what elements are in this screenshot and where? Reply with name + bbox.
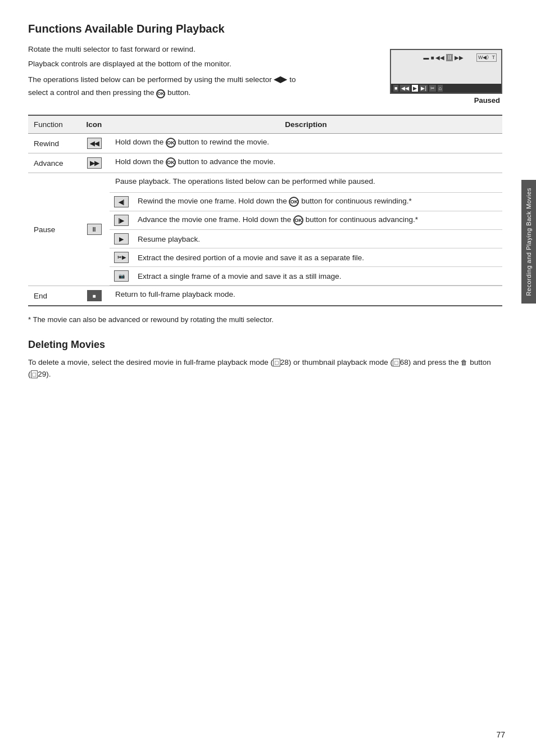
pause-sub-icon-resume: ▶ [110, 230, 133, 248]
table-row-end: End ■ Return to full-frame playback mode… [28, 286, 502, 306]
pause-sub-desc-rewind-frame: Rewind the movie one frame. Hold down th… [133, 193, 502, 211]
side-tab: Recording and Playing Back Movies [521, 180, 536, 304]
footnote: * The movie can also be advanced or rewo… [28, 314, 502, 325]
desc-end: Return to full-frame playback mode. [110, 286, 502, 306]
table-header-description: Description [110, 115, 502, 134]
pause-sub-desc-advance-frame: Advance the movie one frame. Hold down t… [133, 211, 502, 230]
intro-left: Rotate the multi selector to fast forwar… [28, 43, 373, 98]
side-tab-label: Recording and Playing Back Movies [525, 188, 532, 296]
pause-sub-row: ◀| Rewind the movie one frame. Hold down… [110, 193, 502, 211]
table-row: Rewind ◀◀ Hold down the OK button to rew… [28, 134, 502, 153]
icon-rewind: ◀◀ [79, 134, 110, 153]
intro-para3: The operations listed below can be perfo… [28, 72, 298, 98]
icon-advance: ▶▶ [79, 153, 110, 173]
pause-sub-icon-extract-portion: ✂▶ [110, 248, 133, 267]
function-advance: Advance [28, 153, 79, 173]
pause-subtable: ◀| Rewind the movie one frame. Hold down… [110, 192, 502, 286]
pause-sub-desc-extract-portion: Extract the desired portion of a movie a… [133, 248, 502, 267]
monitor-display: ▬ ■ ◀◀ II ▶▶ W◀》T ■ ◀◀ ▶ ▶| ✂ ⌂ Paused [390, 49, 502, 105]
function-end: End [28, 286, 79, 306]
table-row-pause: Pause II Pause playback. The operations … [28, 173, 502, 286]
pause-top-desc: Pause playback. The operations listed be… [110, 173, 502, 189]
deleting-movies-title: Deleting Movies [28, 339, 502, 351]
function-rewind: Rewind [28, 134, 79, 153]
pause-sub-icon-extract-frame: 📷 [110, 267, 133, 286]
desc-rewind: Hold down the OK button to rewind the mo… [110, 134, 502, 153]
functions-table: Function Icon Description Rewind ◀◀ Hold… [28, 115, 502, 306]
desc-pause: Pause playback. The operations listed be… [110, 173, 502, 286]
monitor-bottom-bar: ■ ◀◀ ▶ ▶| ✂ ⌂ [391, 84, 501, 93]
pause-sub-desc-resume: Resume playback. [133, 230, 502, 248]
table-header-icon: Icon [79, 115, 110, 134]
paused-label: Paused [390, 96, 502, 105]
icon-pause: II [79, 173, 110, 286]
deleting-movies-text: To delete a movie, select the desired mo… [28, 356, 502, 381]
function-pause: Pause [28, 173, 79, 286]
table-row: Advance ▶▶ Hold down the OK button to ad… [28, 153, 502, 173]
pause-sub-row: |▶ Advance the movie one frame. Hold dow… [110, 211, 502, 230]
icon-end: ■ [79, 286, 110, 306]
intro-para1: Rotate the multi selector to fast forwar… [28, 43, 298, 56]
pause-sub-row: ✂▶ Extract the desired portion of a movi… [110, 248, 502, 267]
pause-sub-icon-rewind-frame: ◀| [110, 193, 133, 211]
table-header-function: Function [28, 115, 79, 134]
desc-advance: Hold down the OK button to advance the m… [110, 153, 502, 173]
pause-sub-icon-advance-frame: |▶ [110, 211, 133, 230]
page-title: Functions Available During Playback [28, 22, 502, 35]
intro-para2: Playback controls are displayed at the b… [28, 58, 298, 70]
page-number: 77 [496, 730, 505, 739]
pause-sub-row: 📷 Extract a single frame of a movie and … [110, 267, 502, 286]
pause-sub-row: ▶ Resume playback. [110, 230, 502, 248]
monitor-top-bar: ▬ ■ ◀◀ II ▶▶ W◀》T [423, 53, 497, 62]
intro-block: Rotate the multi selector to fast forwar… [28, 43, 502, 105]
pause-sub-desc-extract-frame: Extract a single frame of a movie and sa… [133, 267, 502, 286]
